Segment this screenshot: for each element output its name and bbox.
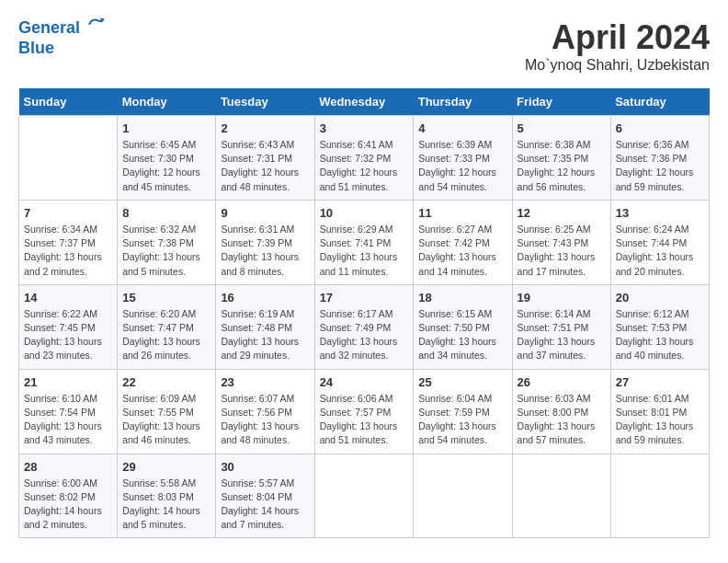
day-info: Sunrise: 6:17 AM Sunset: 7:49 PM Dayligh… — [320, 307, 409, 363]
calendar-cell: 15Sunrise: 6:20 AM Sunset: 7:47 PM Dayli… — [118, 284, 216, 369]
day-number: 3 — [320, 121, 409, 135]
day-info: Sunrise: 6:25 AM Sunset: 7:43 PM Dayligh… — [518, 223, 606, 279]
day-number: 12 — [518, 206, 606, 220]
calendar-week-row: 14Sunrise: 6:22 AM Sunset: 7:45 PM Dayli… — [19, 284, 710, 369]
weekday-header-cell: Friday — [512, 88, 610, 116]
calendar-cell: 22Sunrise: 6:09 AM Sunset: 7:55 PM Dayli… — [118, 369, 216, 454]
weekday-header-cell: Saturday — [610, 88, 709, 116]
day-info: Sunrise: 6:29 AM Sunset: 7:41 PM Dayligh… — [320, 223, 409, 279]
day-info: Sunrise: 6:12 AM Sunset: 7:53 PM Dayligh… — [616, 307, 704, 363]
day-number: 5 — [518, 121, 606, 135]
weekday-header-cell: Wednesday — [314, 88, 414, 116]
day-info: Sunrise: 6:36 AM Sunset: 7:36 PM Dayligh… — [616, 138, 704, 194]
logo-text: General — [18, 18, 105, 39]
day-number: 27 — [616, 375, 704, 389]
day-info: Sunrise: 6:31 AM Sunset: 7:39 PM Dayligh… — [221, 223, 309, 279]
day-number: 29 — [122, 460, 210, 474]
day-info: Sunrise: 6:39 AM Sunset: 7:33 PM Dayligh… — [418, 138, 506, 194]
day-number: 23 — [221, 375, 309, 389]
day-number: 26 — [518, 375, 606, 389]
calendar-cell: 8Sunrise: 6:32 AM Sunset: 7:38 PM Daylig… — [118, 200, 216, 284]
calendar-cell — [610, 454, 709, 538]
day-info: Sunrise: 6:41 AM Sunset: 7:32 PM Dayligh… — [320, 138, 409, 194]
calendar-cell: 27Sunrise: 6:01 AM Sunset: 8:01 PM Dayli… — [610, 369, 709, 454]
day-info: Sunrise: 6:45 AM Sunset: 7:30 PM Dayligh… — [122, 138, 210, 194]
day-info: Sunrise: 6:43 AM Sunset: 7:31 PM Dayligh… — [221, 138, 309, 194]
day-number: 17 — [320, 291, 409, 304]
day-number: 4 — [418, 121, 506, 135]
day-number: 2 — [221, 121, 309, 135]
day-number: 20 — [616, 291, 704, 304]
calendar-body: 1Sunrise: 6:45 AM Sunset: 7:30 PM Daylig… — [19, 116, 710, 538]
calendar-cell: 2Sunrise: 6:43 AM Sunset: 7:31 PM Daylig… — [216, 116, 314, 201]
page-header: General Blue April 2024 Mo`ynoq Shahri, … — [18, 18, 710, 74]
calendar-cell: 20Sunrise: 6:12 AM Sunset: 7:53 PM Dayli… — [610, 284, 709, 369]
logo-general: General — [18, 18, 80, 37]
calendar-cell — [19, 116, 118, 201]
calendar-cell: 5Sunrise: 6:38 AM Sunset: 7:35 PM Daylig… — [512, 116, 610, 201]
day-number: 13 — [616, 206, 704, 220]
day-number: 15 — [122, 291, 210, 304]
calendar-cell: 24Sunrise: 6:06 AM Sunset: 7:57 PM Dayli… — [314, 369, 414, 454]
title-block: April 2024 Mo`ynoq Shahri, Uzbekistan — [525, 18, 710, 74]
day-number: 24 — [320, 375, 409, 389]
day-number: 16 — [221, 291, 309, 304]
calendar-cell: 21Sunrise: 6:10 AM Sunset: 7:54 PM Dayli… — [19, 369, 118, 454]
day-number: 10 — [320, 206, 409, 220]
calendar-cell: 23Sunrise: 6:07 AM Sunset: 7:56 PM Dayli… — [216, 369, 314, 454]
day-number: 28 — [24, 460, 112, 474]
calendar-cell: 9Sunrise: 6:31 AM Sunset: 7:39 PM Daylig… — [216, 200, 314, 284]
day-info: Sunrise: 6:07 AM Sunset: 7:56 PM Dayligh… — [221, 392, 309, 448]
weekday-header-cell: Thursday — [414, 88, 512, 116]
day-info: Sunrise: 6:03 AM Sunset: 8:00 PM Dayligh… — [518, 392, 606, 448]
calendar-cell: 4Sunrise: 6:39 AM Sunset: 7:33 PM Daylig… — [414, 116, 512, 201]
day-info: Sunrise: 5:58 AM Sunset: 8:03 PM Dayligh… — [122, 477, 210, 533]
day-info: Sunrise: 6:22 AM Sunset: 7:45 PM Dayligh… — [24, 307, 112, 363]
weekday-header-cell: Monday — [118, 88, 216, 116]
day-info: Sunrise: 6:38 AM Sunset: 7:35 PM Dayligh… — [518, 138, 606, 194]
logo: General Blue — [18, 18, 105, 58]
calendar-cell: 14Sunrise: 6:22 AM Sunset: 7:45 PM Dayli… — [19, 284, 118, 369]
calendar-cell: 19Sunrise: 6:14 AM Sunset: 7:51 PM Dayli… — [512, 284, 610, 369]
day-info: Sunrise: 6:06 AM Sunset: 7:57 PM Dayligh… — [320, 392, 409, 448]
day-number: 21 — [24, 375, 112, 389]
calendar-cell: 7Sunrise: 6:34 AM Sunset: 7:37 PM Daylig… — [19, 200, 118, 284]
day-number: 8 — [122, 206, 210, 220]
calendar-week-row: 7Sunrise: 6:34 AM Sunset: 7:37 PM Daylig… — [19, 200, 710, 284]
day-info: Sunrise: 6:14 AM Sunset: 7:51 PM Dayligh… — [518, 307, 606, 363]
calendar-cell: 6Sunrise: 6:36 AM Sunset: 7:36 PM Daylig… — [610, 116, 709, 201]
calendar-location: Mo`ynoq Shahri, Uzbekistan — [525, 57, 710, 74]
weekday-header-cell: Sunday — [19, 88, 118, 116]
day-number: 30 — [221, 460, 309, 474]
calendar-cell: 12Sunrise: 6:25 AM Sunset: 7:43 PM Dayli… — [512, 200, 610, 284]
day-number: 6 — [616, 121, 704, 135]
day-number: 22 — [122, 375, 210, 389]
calendar-cell: 30Sunrise: 5:57 AM Sunset: 8:04 PM Dayli… — [216, 454, 314, 538]
calendar-cell: 25Sunrise: 6:04 AM Sunset: 7:59 PM Dayli… — [414, 369, 512, 454]
day-info: Sunrise: 6:00 AM Sunset: 8:02 PM Dayligh… — [24, 477, 112, 533]
calendar-table: SundayMondayTuesdayWednesdayThursdayFrid… — [18, 88, 710, 538]
day-info: Sunrise: 6:10 AM Sunset: 7:54 PM Dayligh… — [24, 392, 112, 448]
calendar-cell: 16Sunrise: 6:19 AM Sunset: 7:48 PM Dayli… — [216, 284, 314, 369]
day-info: Sunrise: 6:09 AM Sunset: 7:55 PM Dayligh… — [122, 392, 210, 448]
logo-blue: Blue — [18, 39, 105, 59]
calendar-week-row: 21Sunrise: 6:10 AM Sunset: 7:54 PM Dayli… — [19, 369, 710, 454]
calendar-cell: 28Sunrise: 6:00 AM Sunset: 8:02 PM Dayli… — [19, 454, 118, 538]
calendar-cell: 17Sunrise: 6:17 AM Sunset: 7:49 PM Dayli… — [314, 284, 414, 369]
day-info: Sunrise: 6:01 AM Sunset: 8:01 PM Dayligh… — [616, 392, 704, 448]
calendar-cell: 3Sunrise: 6:41 AM Sunset: 7:32 PM Daylig… — [314, 116, 414, 201]
calendar-cell: 18Sunrise: 6:15 AM Sunset: 7:50 PM Dayli… — [414, 284, 512, 369]
day-number: 1 — [122, 121, 210, 135]
day-number: 9 — [221, 206, 309, 220]
calendar-cell — [314, 454, 414, 538]
calendar-cell: 1Sunrise: 6:45 AM Sunset: 7:30 PM Daylig… — [118, 116, 216, 201]
day-number: 19 — [518, 291, 606, 304]
day-info: Sunrise: 6:20 AM Sunset: 7:47 PM Dayligh… — [122, 307, 210, 363]
day-info: Sunrise: 6:15 AM Sunset: 7:50 PM Dayligh… — [418, 307, 506, 363]
calendar-cell: 26Sunrise: 6:03 AM Sunset: 8:00 PM Dayli… — [512, 369, 610, 454]
calendar-cell: 13Sunrise: 6:24 AM Sunset: 7:44 PM Dayli… — [610, 200, 709, 284]
calendar-cell: 11Sunrise: 6:27 AM Sunset: 7:42 PM Dayli… — [414, 200, 512, 284]
logo-icon — [86, 15, 105, 33]
calendar-cell — [414, 454, 512, 538]
calendar-cell: 10Sunrise: 6:29 AM Sunset: 7:41 PM Dayli… — [314, 200, 414, 284]
